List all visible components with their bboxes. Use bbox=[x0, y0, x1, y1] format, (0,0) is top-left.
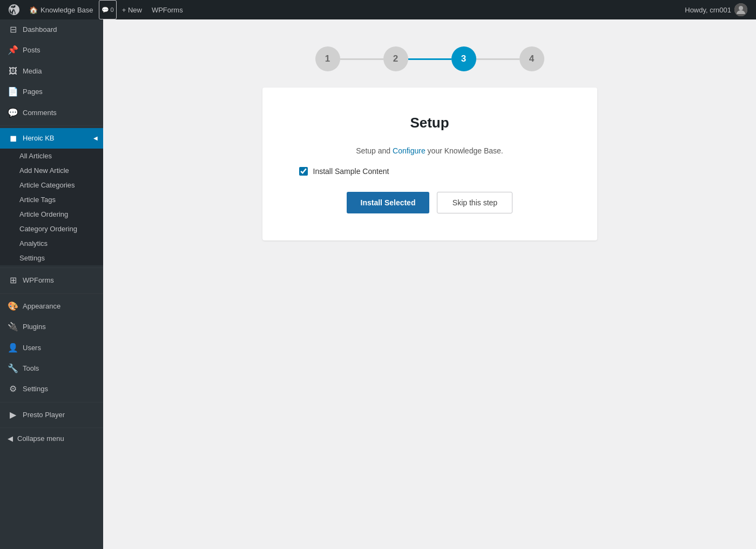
sidebar-item-wpforms[interactable]: ⊞ WPForms bbox=[0, 270, 103, 291]
install-selected-button[interactable]: Install Selected bbox=[347, 192, 430, 213]
adminbar-wp-logo[interactable] bbox=[4, 0, 24, 19]
adminbar-comments[interactable]: 💬 0 bbox=[99, 0, 117, 19]
sidebar-item-appearance[interactable]: 🎨 Appearance bbox=[0, 296, 103, 317]
install-sample-content-row: Install Sample Content bbox=[295, 167, 565, 176]
sidebar-item-media[interactable]: 🖼 Media bbox=[0, 61, 103, 82]
heroickb-arrow-icon: ◀ bbox=[93, 135, 98, 142]
submenu-all-articles[interactable]: All Articles bbox=[0, 149, 103, 163]
submenu-category-ordering[interactable]: Category Ordering bbox=[0, 222, 103, 236]
admin-bar: 🏠 Knowledge Base 💬 0 + New WPForms Howdy… bbox=[0, 0, 756, 19]
step-line-2 bbox=[408, 58, 451, 60]
users-icon: 👤 bbox=[8, 342, 18, 354]
skip-step-button[interactable]: Skip this step bbox=[437, 192, 512, 213]
adminbar-right: Howdy, crn001 bbox=[680, 3, 752, 16]
adminbar-site-name[interactable]: 🏠 Knowledge Base bbox=[25, 0, 98, 19]
step-line-1 bbox=[340, 58, 383, 60]
adminbar-new[interactable]: + New bbox=[118, 0, 146, 19]
sidebar-item-users[interactable]: 👤 Users bbox=[0, 338, 103, 358]
sidebar-divider-2 bbox=[0, 267, 103, 268]
setup-card: Setup Setup and Configure your Knowledge… bbox=[262, 88, 597, 240]
sidebar-menu: ⊟ Dashboard 📌 Posts 🖼 Media 📄 Pages 💬 Co… bbox=[0, 19, 103, 447]
install-sample-label: Install Sample Content bbox=[313, 167, 389, 176]
pages-icon: 📄 bbox=[8, 86, 18, 98]
submenu-analytics[interactable]: Analytics bbox=[0, 236, 103, 251]
setup-title: Setup bbox=[295, 115, 565, 131]
sidebar-divider-4 bbox=[0, 402, 103, 403]
media-icon: 🖼 bbox=[8, 65, 18, 77]
button-row: Install Selected Skip this step bbox=[295, 192, 565, 213]
submenu-article-categories[interactable]: Article Categories bbox=[0, 178, 103, 192]
adminbar-left: 🏠 Knowledge Base 💬 0 + New WPForms bbox=[4, 0, 680, 19]
main-content: 1 2 3 4 Setup Setup and Configure your K… bbox=[103, 19, 756, 549]
stepper: 1 2 3 4 bbox=[315, 46, 544, 71]
sidebar: ⊟ Dashboard 📌 Posts 🖼 Media 📄 Pages 💬 Co… bbox=[0, 19, 103, 549]
sidebar-divider-3 bbox=[0, 293, 103, 294]
sidebar-item-presto-player[interactable]: ▶ Presto Player bbox=[0, 405, 103, 425]
wpforms-icon: ⊞ bbox=[8, 274, 18, 286]
setup-link[interactable]: Configure bbox=[393, 146, 426, 155]
sidebar-item-tools[interactable]: 🔧 Tools bbox=[0, 358, 103, 379]
plugins-icon: 🔌 bbox=[8, 321, 18, 333]
sidebar-item-dashboard[interactable]: ⊟ Dashboard bbox=[0, 19, 103, 40]
comment-icon: 💬 bbox=[102, 6, 109, 14]
presto-icon: ▶ bbox=[8, 409, 18, 421]
submenu-settings[interactable]: Settings bbox=[0, 251, 103, 265]
submenu-article-ordering[interactable]: Article Ordering bbox=[0, 207, 103, 222]
install-sample-checkbox[interactable] bbox=[299, 167, 308, 176]
sidebar-item-pages[interactable]: 📄 Pages bbox=[0, 82, 103, 102]
step-4: 4 bbox=[519, 46, 544, 71]
home-icon: 🏠 bbox=[29, 6, 38, 14]
dashboard-icon: ⊟ bbox=[8, 24, 18, 36]
sidebar-divider bbox=[0, 125, 103, 126]
step-1: 1 bbox=[315, 46, 340, 71]
step-3: 3 bbox=[451, 46, 476, 71]
submenu-article-tags[interactable]: Article Tags bbox=[0, 192, 103, 207]
sidebar-item-comments[interactable]: 💬 Comments bbox=[0, 103, 103, 123]
adminbar-howdy[interactable]: Howdy, crn001 bbox=[680, 3, 752, 16]
appearance-icon: 🎨 bbox=[8, 300, 18, 312]
adminbar-wpforms[interactable]: WPForms bbox=[147, 0, 187, 19]
sidebar-item-heroickb[interactable]: ◼ Heroic KB ◀ bbox=[0, 128, 103, 149]
heroickb-icon: ◼ bbox=[8, 132, 18, 144]
step-2: 2 bbox=[383, 46, 408, 71]
avatar bbox=[734, 3, 747, 16]
svg-point-1 bbox=[739, 6, 743, 10]
settings-icon: ⚙ bbox=[8, 383, 18, 395]
collapse-icon: ◀ bbox=[8, 434, 13, 443]
tools-icon: 🔧 bbox=[8, 363, 18, 374]
sidebar-item-posts[interactable]: 📌 Posts bbox=[0, 40, 103, 61]
comments-icon: 💬 bbox=[8, 107, 18, 119]
sidebar-item-plugins[interactable]: 🔌 Plugins bbox=[0, 317, 103, 337]
sidebar-item-settings[interactable]: ⚙ Settings bbox=[0, 379, 103, 399]
collapse-menu-item[interactable]: ◀ Collapse menu bbox=[0, 430, 103, 447]
submenu-add-new-article[interactable]: Add New Article bbox=[0, 163, 103, 178]
heroickb-submenu: All Articles Add New Article Article Cat… bbox=[0, 149, 103, 265]
setup-description: Setup and Configure your Knowledge Base. bbox=[295, 146, 565, 155]
sidebar-divider-5 bbox=[0, 427, 103, 428]
posts-icon: 📌 bbox=[8, 44, 18, 56]
step-line-3 bbox=[476, 58, 519, 60]
